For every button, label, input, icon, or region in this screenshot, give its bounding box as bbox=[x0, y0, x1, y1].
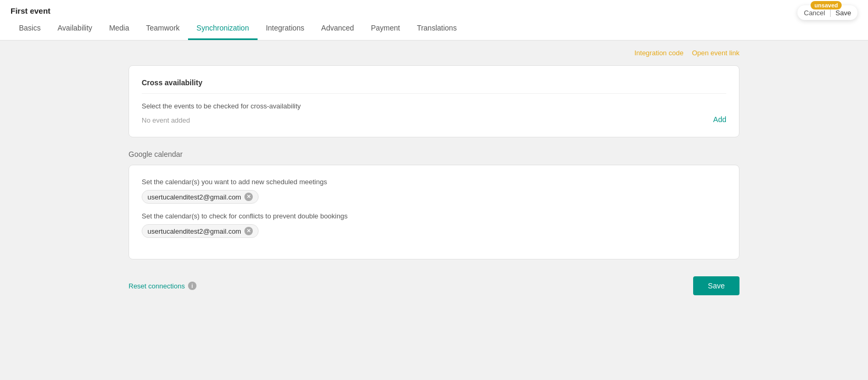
tab-nav: Basics Availability Media Teamwork Synch… bbox=[11, 17, 857, 40]
tab-teamwork[interactable]: Teamwork bbox=[137, 17, 188, 40]
tab-payment[interactable]: Payment bbox=[362, 17, 408, 40]
conflicts-email-text: usertucalenditest2@gmail.com bbox=[147, 227, 241, 235]
no-event-text: No event added bbox=[142, 116, 190, 124]
conflicts-label: Set the calendar(s) to check for conflic… bbox=[142, 212, 726, 220]
integration-code-link[interactable]: Integration code bbox=[634, 49, 683, 57]
remove-scheduled-email-button[interactable]: ✕ bbox=[244, 193, 253, 201]
tab-availability[interactable]: Availability bbox=[49, 17, 101, 40]
tab-translations[interactable]: Translations bbox=[408, 17, 465, 40]
header-actions-area: unsaved Cancel | Save bbox=[797, 5, 857, 20]
tab-advanced[interactable]: Advanced bbox=[313, 17, 362, 40]
tab-synchronization[interactable]: Synchronization bbox=[188, 17, 258, 40]
tab-integrations[interactable]: Integrations bbox=[258, 17, 313, 40]
remove-conflicts-email-button[interactable]: ✕ bbox=[244, 227, 253, 235]
scheduled-meetings-label: Set the calendar(s) you want to add new … bbox=[142, 178, 726, 186]
reset-connections-area: Reset connections i bbox=[129, 282, 196, 290]
tab-media[interactable]: Media bbox=[101, 17, 137, 40]
cross-availability-card: Cross availability Select the events to … bbox=[129, 65, 739, 137]
open-event-link[interactable]: Open event link bbox=[692, 49, 739, 57]
header-actions-wrap: unsaved Cancel | Save bbox=[797, 5, 857, 20]
conflicts-email-chip: usertucalenditest2@gmail.com ✕ bbox=[142, 224, 259, 238]
reset-connections-button[interactable]: Reset connections bbox=[129, 282, 185, 290]
scheduled-email-chip: usertucalenditest2@gmail.com ✕ bbox=[142, 190, 259, 204]
header-divider: | bbox=[830, 8, 832, 17]
top-links-row: Integration code Open event link bbox=[129, 49, 739, 57]
page-title: First event bbox=[11, 0, 857, 15]
top-bar: First event Basics Availability Media Te… bbox=[0, 0, 868, 41]
save-button[interactable]: Save bbox=[693, 276, 739, 295]
google-calendar-card: Set the calendar(s) you want to add new … bbox=[129, 165, 739, 259]
cross-availability-title: Cross availability bbox=[142, 78, 726, 94]
google-calendar-heading: Google calendar bbox=[129, 150, 739, 158]
cross-availability-description: Select the events to be checked for cros… bbox=[142, 102, 726, 110]
header-cancel-button[interactable]: Cancel bbox=[804, 9, 825, 17]
header-save-button[interactable]: Save bbox=[835, 9, 851, 17]
add-event-button[interactable]: Add bbox=[713, 115, 726, 124]
tab-basics[interactable]: Basics bbox=[11, 17, 49, 40]
main-content: Integration code Open event link Cross a… bbox=[118, 41, 750, 308]
scheduled-email-text: usertucalenditest2@gmail.com bbox=[147, 193, 241, 201]
unsaved-badge: unsaved bbox=[811, 1, 842, 9]
reset-info-icon[interactable]: i bbox=[188, 282, 196, 290]
bottom-bar: Reset connections i Save bbox=[129, 272, 739, 299]
cross-availability-row: No event added Add bbox=[142, 116, 726, 124]
